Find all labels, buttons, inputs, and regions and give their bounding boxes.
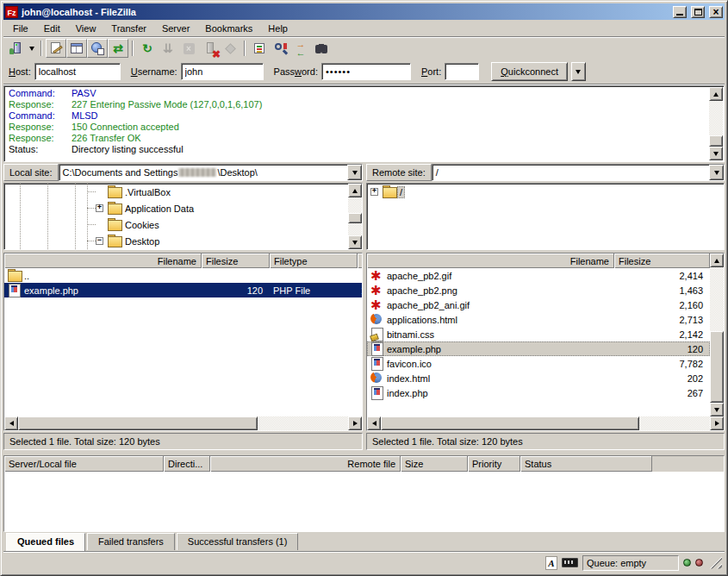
column-header[interactable]: Filesize [614, 254, 710, 268]
cancel-operation-button[interactable]: × [178, 39, 199, 58]
username-input[interactable] [181, 63, 264, 80]
file-row[interactable]: apache_pb2.gif 2,414 [367, 268, 710, 283]
file-row[interactable]: .. [4, 268, 362, 283]
local-list-hscrollbar[interactable] [4, 416, 362, 430]
tree-item[interactable]: − Desktop [4, 233, 348, 249]
column-header[interactable]: Size [401, 456, 468, 472]
log-scrollbar[interactable] [709, 87, 723, 160]
local-tree-scrollbar[interactable] [348, 184, 362, 249]
synchronized-browsing-button[interactable]: →← [290, 39, 311, 58]
menu-item[interactable]: Server [154, 21, 197, 36]
menu-item[interactable]: Transfer [103, 21, 154, 36]
queue-tab[interactable]: Failed transfers [87, 533, 175, 550]
local-site-dropdown-button[interactable] [347, 165, 362, 180]
log-line: Command: PASV [9, 88, 706, 99]
remote-list-scrollbar[interactable] [710, 254, 724, 416]
port-input[interactable] [445, 63, 479, 80]
scroll-up-button[interactable] [348, 184, 362, 197]
column-header[interactable]: Remote file [210, 456, 401, 472]
scroll-thumb[interactable] [18, 416, 258, 430]
scroll-thumb[interactable] [709, 135, 723, 147]
resize-grip[interactable] [710, 557, 722, 569]
host-input[interactable] [34, 63, 121, 80]
local-site-combobox[interactable]: C:\Documents and Settings\Desktop\ [59, 164, 363, 181]
column-header[interactable]: L [358, 254, 363, 268]
scroll-down-button[interactable] [710, 403, 724, 416]
scroll-up-button[interactable] [710, 254, 724, 267]
column-header[interactable]: Filename [4, 254, 202, 268]
tree-expander-icon[interactable]: + [96, 204, 103, 212]
toggle-local-tree-button[interactable] [66, 39, 87, 58]
file-row[interactable]: applications.html 2,713 [367, 312, 710, 327]
file-row[interactable]: index.html 202 [367, 371, 710, 385]
remote-list-hscrollbar[interactable] [367, 416, 724, 430]
queue-tab[interactable]: Queued files [6, 533, 85, 551]
column-header[interactable]: Filetype [270, 254, 358, 268]
menu-item[interactable]: View [68, 21, 104, 36]
column-header[interactable]: Priority [468, 456, 520, 472]
menu-item[interactable]: Edit [36, 21, 68, 36]
menu-item[interactable]: Help [260, 21, 296, 36]
password-input[interactable] [321, 63, 411, 80]
scroll-thumb[interactable] [381, 416, 639, 430]
menu-item[interactable]: Bookmarks [197, 21, 260, 36]
scroll-down-button[interactable] [709, 147, 723, 160]
scroll-left-button[interactable] [4, 416, 18, 430]
disconnect-button[interactable]: ✖ [199, 39, 220, 58]
column-header[interactable]: Server/Local file [4, 456, 164, 472]
scroll-down-button[interactable] [348, 235, 362, 249]
remote-site-combobox[interactable]: / [432, 164, 725, 181]
file-row[interactable]: bitnami.css 2,142 [367, 327, 710, 341]
local-list-header: FilenameFilesizeFiletypeL [4, 254, 362, 268]
toggle-queue-button[interactable]: ⇄ [108, 39, 128, 58]
scroll-left-button[interactable] [367, 416, 381, 430]
reconnect-button[interactable] [220, 39, 240, 58]
quickconnect-dropdown-button[interactable] [571, 62, 586, 81]
column-header[interactable]: Filesize [202, 254, 270, 268]
site-manager-button[interactable] [6, 39, 27, 58]
remote-site-dropdown-button[interactable] [709, 165, 724, 180]
file-row[interactable]: favicon.ico 7,782 [367, 356, 710, 371]
menu-item[interactable]: File [5, 21, 36, 36]
file-row[interactable]: example.php 120 PHP File 1 [4, 283, 362, 297]
scroll-right-button[interactable] [348, 416, 362, 430]
scroll-right-button[interactable] [710, 416, 724, 430]
log-line-text: 227 Entering Passive Mode (127,0,0,1,6,1… [72, 99, 262, 110]
filter-button[interactable] [249, 39, 270, 58]
scroll-thumb[interactable] [348, 213, 362, 223]
scroll-up-button[interactable] [709, 87, 723, 101]
file-row[interactable]: apache_pb2_ani.gif 2,160 [367, 297, 710, 312]
directory-comparison-button[interactable] [270, 39, 290, 58]
chevron-down-icon [714, 171, 719, 175]
quickconnect-bar: Host: Username: Password: Port: Quickcon… [3, 59, 725, 85]
find-files-button[interactable] [311, 39, 332, 58]
refresh-button[interactable]: ↻ [137, 39, 158, 58]
log-line: Status: Directory listing successful [9, 144, 706, 155]
column-header[interactable]: Filename [367, 254, 614, 268]
file-row[interactable]: apache_pb2.png 1,463 [367, 283, 710, 297]
toggle-remote-tree-button[interactable] [87, 39, 108, 58]
tree-item[interactable]: .VirtualBox [4, 184, 348, 200]
column-header[interactable]: Directi... [164, 456, 210, 472]
tree-item[interactable]: + / [367, 184, 724, 200]
scroll-thumb[interactable] [710, 331, 724, 403]
maximize-button[interactable] [691, 6, 705, 18]
column-header[interactable]: Status [520, 456, 652, 472]
tree-expander-icon[interactable]: + [370, 188, 378, 196]
file-row[interactable]: example.php 120 [367, 341, 710, 356]
tree-item[interactable]: Cookies [4, 216, 348, 233]
minimize-button[interactable] [673, 6, 687, 18]
quickconnect-button[interactable]: Quickconnect [491, 62, 568, 81]
file-name: index.php [385, 388, 428, 398]
window-title: john@localhost - FileZilla [21, 7, 669, 17]
toggle-message-log-button[interactable] [46, 39, 66, 58]
queue-tab[interactable]: Successful transfers (1) [177, 533, 299, 550]
tree-expander-icon[interactable]: − [96, 237, 103, 245]
process-queue-button[interactable]: ⇊ [158, 39, 178, 58]
file-row[interactable]: index.php 267 [367, 385, 710, 400]
tree-item[interactable]: + Application Data [4, 200, 348, 216]
close-button[interactable]: × [709, 6, 723, 18]
toolbar: ⇄ ↻ ⇊ × ✖ →← [3, 36, 725, 59]
log-line-label: Response: [9, 122, 72, 133]
site-manager-dropdown-arrow[interactable] [27, 39, 37, 58]
